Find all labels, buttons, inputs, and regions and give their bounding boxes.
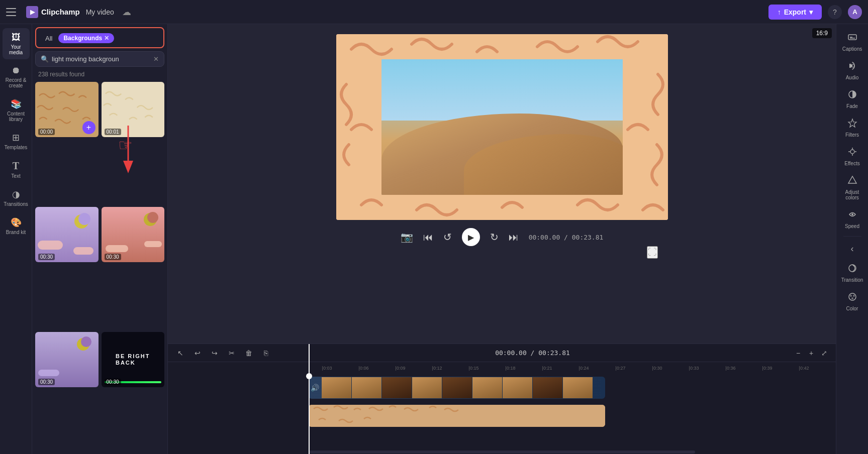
thumb1-add-button[interactable]: + [82, 121, 95, 134]
ruler-mark-2: |0:09 [382, 366, 419, 371]
right-panel-adjust-colors[interactable]: Adjust colors [839, 171, 866, 204]
audio-icon: 🔊 [311, 384, 319, 392]
thumbnail-5[interactable]: 00:30 [35, 332, 99, 387]
svg-point-14 [850, 295, 852, 297]
timeline-scrollbar[interactable] [309, 450, 695, 453]
video-frame-3 [382, 377, 412, 398]
your-media-label: Your media [5, 44, 28, 55]
playhead[interactable] [309, 344, 310, 454]
timeline-tracks: 🔊 [168, 374, 836, 450]
sidebar-item-transitions[interactable]: ◑ Transitions [3, 185, 30, 211]
forward-10-button[interactable]: ↻ [490, 231, 499, 243]
transitions-icon: ◑ [12, 189, 20, 200]
bg-clip[interactable] [309, 405, 605, 427]
ruler-mark-7: |0:24 [565, 366, 602, 371]
video-clip[interactable]: 🔊 [309, 377, 605, 399]
zoom-fit-button[interactable]: ⤢ [819, 348, 830, 359]
right-panel-fade[interactable]: Fade [839, 85, 866, 113]
rewind-10-button[interactable]: ↺ [443, 231, 452, 243]
video-frame-4 [412, 377, 442, 398]
search-input[interactable] [52, 55, 150, 63]
video-title[interactable]: My video [86, 8, 114, 16]
delete-button[interactable]: 🗑 [242, 347, 255, 360]
captions-label: Captions [842, 46, 862, 52]
undo-button[interactable]: ↩ [191, 347, 204, 360]
export-icon: ↑ [778, 8, 781, 16]
search-icon: 🔍 [41, 55, 49, 63]
templates-label: Templates [5, 145, 28, 150]
svg-point-16 [851, 297, 853, 299]
fullscreen-button[interactable]: ⛶ [647, 246, 658, 259]
timeline-ruler: |0:03 |0:06 |0:09 |0:12 |0:15 |0:18 |0:2… [168, 362, 836, 374]
sidebar-item-brand-kit[interactable]: 🎨 Brand kit [3, 213, 30, 239]
ruler-mark-4: |0:15 [455, 366, 492, 371]
thumbnail-3[interactable]: 00:30 [35, 207, 99, 262]
bg-clip-pattern [309, 405, 605, 427]
export-chevron: ▾ [809, 8, 813, 16]
ruler-mark-1: |0:06 [345, 366, 382, 371]
right-panel-filters[interactable]: Filters [839, 114, 866, 142]
playback-wrapper: 📷 ⏮ ↺ ▶ ↻ ⏭ 00:00.00 / 00:23.81 ⛶ [336, 220, 668, 246]
right-panel-effects[interactable]: Effects [839, 143, 866, 170]
thumbnail-1[interactable]: 00:00 + Add to timeline [35, 82, 99, 137]
ruler-mark-12: |0:39 [749, 366, 786, 371]
sidebar-item-content-library[interactable]: 📚 Content library [3, 94, 30, 126]
skip-back-button[interactable]: ⏮ [423, 232, 433, 243]
timeline-area: ↖ ↩ ↪ ✂ 🗑 ⎘ 00:00.00 / 00:23.81 − + ⤢ [168, 344, 836, 454]
record-create-label: Record & create [5, 77, 28, 88]
sidebar-item-templates[interactable]: ⊞ Templates [3, 128, 30, 154]
export-label: Export [784, 8, 806, 16]
right-panel-collapse[interactable]: ‹ [839, 240, 866, 258]
filter-bar: All Backgrounds ✕ [35, 27, 164, 48]
app-name: Clipchamp [41, 8, 80, 16]
thumb6-timestamp: 00:30 [105, 379, 121, 385]
right-panel-color[interactable]: Color [839, 288, 866, 315]
pointer-tool[interactable]: ↖ [174, 347, 187, 360]
topbar: ▶ Clipchamp My video ☁ ↑ Export ▾ ? A [0, 0, 868, 24]
right-panel-captions[interactable]: Captions [839, 28, 866, 56]
fade-icon [847, 89, 857, 102]
copy-button[interactable]: ⎘ [259, 347, 272, 360]
thumbnail-2[interactable]: 00:01 [102, 82, 165, 137]
sidebar-item-record-create[interactable]: ⏺ Record & create [3, 61, 30, 92]
menu-button[interactable] [6, 5, 20, 19]
filter-backgrounds-remove[interactable]: ✕ [104, 35, 109, 42]
right-panel-transition[interactable]: Transition [839, 259, 866, 287]
sidebar-item-your-media[interactable]: 🖼 Your media [3, 28, 30, 59]
content-library-label: Content library [5, 111, 28, 122]
svg-point-11 [851, 213, 853, 215]
left-nav: 🖼 Your media ⏺ Record & create 📚 Content… [0, 24, 32, 454]
text-icon: T [13, 160, 19, 172]
right-panel-speed[interactable]: Speed [839, 205, 866, 233]
adjust-colors-label: Adjust colors [841, 189, 864, 200]
redo-button[interactable]: ↪ [208, 347, 221, 360]
center-panel: 16:9 [168, 24, 836, 454]
play-button[interactable]: ▶ [462, 228, 480, 246]
ruler-marks: |0:03 |0:06 |0:09 |0:12 |0:15 |0:18 |0:2… [309, 366, 836, 371]
aspect-ratio-badge[interactable]: 16:9 [812, 28, 832, 38]
thumb3-timestamp: 00:30 [38, 254, 55, 260]
thumbnail-4[interactable]: 00:30 [102, 207, 165, 262]
cut-button[interactable]: ✂ [225, 347, 238, 360]
audio-label: Audio [846, 75, 859, 80]
bg-track [309, 401, 836, 428]
search-clear-button[interactable]: ✕ [153, 55, 159, 63]
zoom-in-button[interactable]: + [806, 348, 817, 359]
desert-scene [381, 59, 623, 195]
export-button[interactable]: ↑ Export ▾ [768, 5, 822, 20]
captions-icon [847, 32, 857, 45]
audio-icon [847, 61, 857, 73]
filter-all-button[interactable]: All [42, 34, 55, 43]
user-avatar[interactable]: A [848, 5, 862, 19]
video-frame-7 [503, 377, 533, 398]
right-panel-audio[interactable]: Audio [839, 57, 866, 84]
zoom-out-button[interactable]: − [793, 348, 804, 359]
svg-marker-10 [848, 176, 856, 183]
video-frame-9 [563, 377, 593, 398]
help-button[interactable]: ? [828, 5, 842, 19]
sidebar-item-text[interactable]: T Text [3, 156, 30, 183]
skip-forward-button[interactable]: ⏭ [509, 232, 519, 243]
screenshot-button[interactable]: 📷 [401, 231, 413, 243]
playhead-handle[interactable] [306, 373, 312, 379]
thumbnail-6[interactable]: BE RIGHTBACK 00:30 [102, 332, 165, 387]
